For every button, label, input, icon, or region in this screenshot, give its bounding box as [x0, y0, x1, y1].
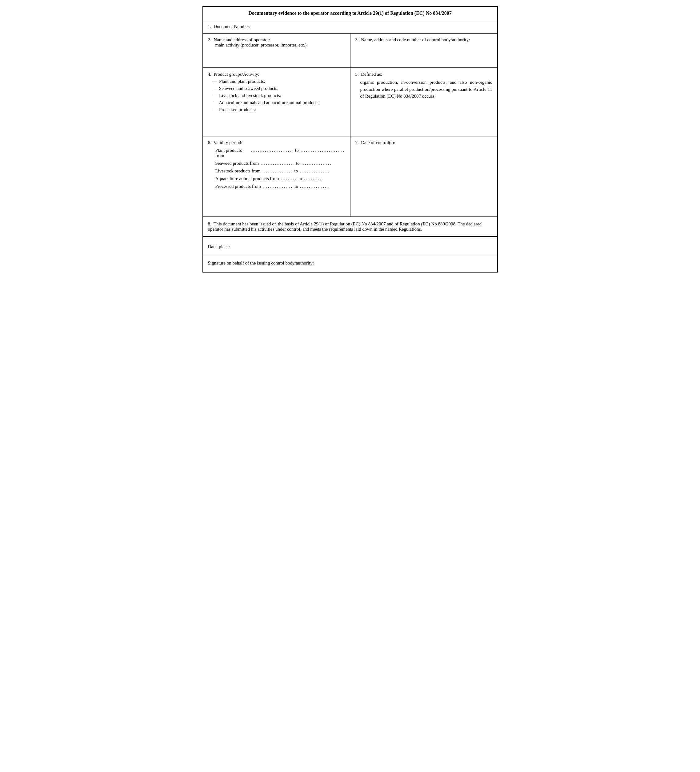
validity-line-3: Livestock products from ................… — [208, 168, 345, 174]
section7-header: 7. Date of control(s): — [356, 140, 395, 145]
section5-description: organic production, in-conversion produc… — [356, 79, 492, 100]
section8-label: 8. This document has been issued on the … — [208, 221, 482, 232]
row-4-5: 4. Product groups/Activity: — Plant and … — [203, 68, 497, 136]
section5-header: 5. Defined as: — [356, 72, 382, 77]
product-item-5: — Processed products: — [208, 107, 345, 113]
product-item-3: — Livestock and livestock products: — [208, 93, 345, 98]
validity-line-4: Aquaculture animal products from .......… — [208, 176, 345, 182]
row-6-7: 6. Validity period: Plant products from … — [203, 136, 497, 217]
cell-6: 6. Validity period: Plant products from … — [203, 136, 351, 216]
document-container: Documentary evidence to the operator acc… — [202, 6, 498, 273]
section4-header: 4. Product groups/Activity: — [208, 72, 260, 77]
header-title: Documentary evidence to the operator acc… — [248, 10, 451, 16]
cell-5: 5. Defined as: organic production, in-co… — [351, 68, 497, 136]
cell-7: 7. Date of control(s): — [351, 136, 497, 216]
cell-2: 2. Name and address of operator: main ac… — [203, 34, 351, 67]
section2-label: 2. Name and address of operator: — [208, 37, 271, 42]
row-date: Date, place: — [203, 237, 497, 254]
header-row: Documentary evidence to the operator acc… — [203, 7, 497, 20]
row-document-number: 1. Document Number: — [203, 20, 497, 34]
validity-line-5: Processed products from ................… — [208, 184, 345, 189]
section1-label: 1. Document Number: — [208, 24, 250, 29]
product-item-1: — Plant and plant products: — [208, 79, 345, 84]
validity-line-1: Plant products from ....................… — [208, 148, 345, 158]
date-place-label: Date, place: — [208, 244, 230, 249]
signature-label: Signature on behalf of the issuing contr… — [208, 260, 314, 265]
product-item-4: — Aquaculture animals and aquaculture an… — [208, 100, 345, 105]
row-8: 8. This document has been issued on the … — [203, 217, 497, 237]
row-signature: Signature on behalf of the issuing contr… — [203, 254, 497, 272]
row-2-3: 2. Name and address of operator: main ac… — [203, 34, 497, 68]
validity-line-2: Seaweed products from ..................… — [208, 161, 345, 166]
cell-3: 3. Name, address and code number of cont… — [351, 34, 497, 67]
cell-4: 4. Product groups/Activity: — Plant and … — [203, 68, 351, 136]
section6-header: 6. Validity period: — [208, 140, 243, 145]
product-item-2: — Seaweed and seaweed products: — [208, 86, 345, 91]
section2-subtext: main activity (producer, processor, impo… — [208, 43, 308, 47]
section3-label: 3. Name, address and code number of cont… — [356, 37, 470, 42]
